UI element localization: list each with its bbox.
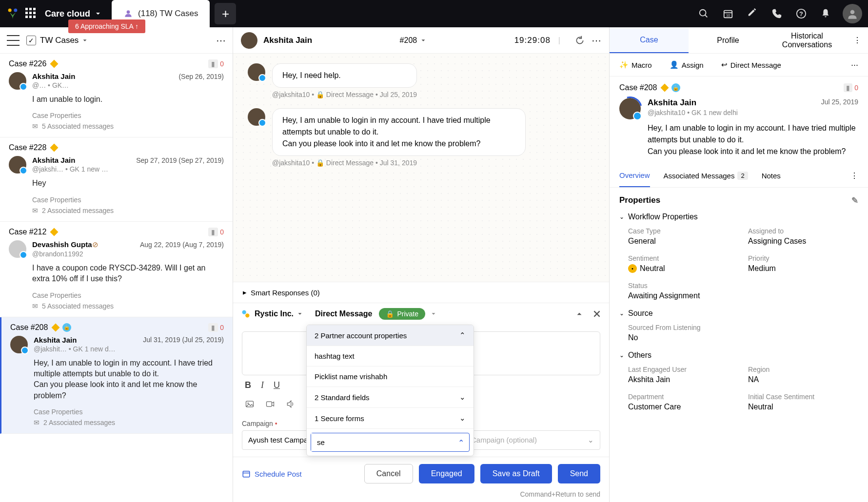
tab-associated-messages[interactable]: Associated Messages2	[664, 165, 748, 187]
case-item[interactable]: Case #212▮0 Devashish Gupta ⊘Aug 22, 201…	[0, 222, 233, 317]
dropdown-search[interactable]: ⌃	[311, 433, 470, 452]
apps-grid-icon[interactable]	[25, 8, 37, 19]
smart-responses-toggle[interactable]: ▸ Smart Responses (0)	[233, 282, 609, 303]
bell-icon[interactable]	[817, 5, 834, 22]
collapse-icon[interactable]	[575, 309, 584, 318]
add-tab-button[interactable]: +	[215, 3, 236, 24]
svg-point-0	[8, 9, 12, 12]
chevron-down-icon[interactable]	[81, 37, 88, 44]
underline-button[interactable]: U	[274, 380, 280, 390]
send-hint: Command+Return to send	[233, 490, 609, 502]
more-icon[interactable]: ⋯	[851, 60, 858, 69]
user-avatar[interactable]	[843, 4, 862, 23]
bold-button[interactable]: B	[245, 380, 251, 390]
assign-icon: 👤	[670, 60, 679, 69]
logo-icon	[6, 7, 20, 20]
svg-text:10: 10	[726, 13, 730, 18]
tab-overview[interactable]: Overview	[619, 164, 650, 187]
search-icon[interactable]	[695, 5, 712, 22]
cancel-button[interactable]: Cancel	[364, 464, 413, 483]
wand-icon: ✨	[619, 60, 629, 69]
macro-button[interactable]: ✨Macro	[619, 60, 652, 69]
italic-button[interactable]: I	[261, 380, 264, 390]
phone-icon[interactable]	[769, 5, 785, 22]
group-workflow[interactable]: ⌄Workflow Properties	[619, 212, 858, 221]
svg-point-2	[127, 10, 130, 14]
message-row: Hey, I am unable to login in my account.…	[248, 108, 594, 167]
assign-button[interactable]: 👤Assign	[670, 60, 704, 69]
audio-icon[interactable]	[286, 399, 296, 409]
autocomplete-dropdown: 2 Partner account properties⌃ hashtag te…	[306, 325, 474, 456]
dm-button[interactable]: ↩Direct Message	[721, 60, 781, 69]
dropdown-item[interactable]: hashtag text	[307, 346, 473, 367]
more-icon[interactable]: ⋯	[592, 35, 601, 46]
header-name: Akshita Jain	[263, 36, 312, 45]
image-icon[interactable]	[245, 399, 255, 409]
engaged-button[interactable]: Engaged	[419, 464, 474, 483]
video-icon[interactable]	[265, 399, 275, 409]
summary-date: Jul 25, 2019	[821, 98, 858, 108]
conversation-header: Akshita Jain #208 19:29:08 | ⋯	[233, 27, 609, 54]
svg-point-11	[242, 310, 246, 314]
header-case-number[interactable]: #208	[400, 36, 427, 45]
send-button[interactable]: Send	[558, 464, 600, 483]
case-item[interactable]: Case #228 Akshita JainSep 27, 2019 (Sep …	[0, 137, 233, 221]
editor-area: B I U 2 Partner account properties⌃ hash…	[233, 325, 609, 420]
cases-panel: ✓ TW Cases ⋯ 6 Approaching SLA ↑ Case #2…	[0, 27, 233, 502]
help-icon[interactable]: ?	[793, 5, 809, 22]
save-draft-button[interactable]: Save as Draft	[480, 464, 552, 483]
conversation-thread: Hey, I need help. @jakshita10 • 🔒 Direct…	[233, 54, 609, 282]
reply-icon: ↩	[721, 60, 728, 69]
schedule-post-button[interactable]: Schedule Post	[242, 469, 302, 478]
tab-historical[interactable]: Historical Conversations	[768, 27, 847, 57]
more-menu-icon[interactable]: ⋯	[216, 35, 226, 46]
more-icon[interactable]: ⋮	[850, 171, 858, 180]
calendar-icon[interactable]: 10	[720, 5, 736, 22]
message-row: Hey, I need help. @jakshita10 • 🔒 Direct…	[248, 63, 594, 98]
svg-line-4	[705, 15, 708, 18]
svg-point-12	[245, 313, 249, 317]
composer-bar: Rystic Inc. Direct Message 🔒 Private	[233, 303, 609, 325]
details-tabs: Case Profile Historical Conversations ⋮	[610, 27, 868, 54]
case-item[interactable]: Case #226▮0 Akshita Jain (Sep 26, 2019) …	[0, 54, 233, 137]
case-summary: Case #208 🔒 ▮0 Akshita Jain Jul 25, 2019…	[610, 77, 868, 164]
workspace-selector[interactable]: Care cloud	[45, 9, 102, 19]
dropdown-item[interactable]: Picklist name vrishabh	[307, 367, 473, 387]
details-panel: Case Profile Historical Conversations ⋮ …	[610, 27, 868, 502]
dropdown-search-input[interactable]	[311, 433, 450, 451]
account-switch-icon[interactable]	[241, 309, 251, 319]
group-source[interactable]: ⌄Source	[619, 309, 858, 318]
actions-row: ✨Macro 👤Assign ↩Direct Message ⋯	[610, 54, 868, 77]
tab-case[interactable]: Case	[610, 28, 689, 53]
hamburger-icon[interactable]	[7, 35, 20, 46]
close-icon[interactable]	[592, 309, 601, 318]
overview-tabs: Overview Associated Messages2 Notes ⋮	[610, 164, 868, 188]
chevron-down-icon[interactable]	[430, 310, 437, 317]
svg-point-10	[850, 10, 855, 14]
header-avatar[interactable]	[241, 32, 257, 49]
company-selector[interactable]: Rystic Inc.	[255, 309, 303, 318]
conversation-panel: Akshita Jain #208 19:29:08 | ⋯ Hey, I ne…	[233, 27, 610, 502]
summary-message: Hey, I am unable to login in my account.…	[648, 122, 858, 157]
tab-notes[interactable]: Notes	[762, 165, 781, 187]
edit-icon[interactable]: ✎	[851, 195, 858, 206]
private-badge: 🔒 Private	[379, 308, 425, 320]
properties-section: Properties ✎ ⌄Workflow Properties Case T…	[610, 188, 868, 428]
summary-case-id: Case #208	[619, 83, 657, 92]
dropdown-section-header[interactable]: 1 Secure forms⌄	[307, 408, 473, 429]
svg-rect-15	[267, 402, 272, 406]
summary-avatar[interactable]	[619, 98, 641, 119]
channel-label: Direct Message	[315, 309, 372, 318]
dropdown-section-header[interactable]: 2 Partner account properties⌃	[307, 325, 473, 346]
dropdown-section-header[interactable]: 2 Standard fields⌄	[307, 387, 473, 408]
summary-handle: @jakshita10 • GK 1 new delhi	[648, 109, 858, 116]
svg-rect-19	[243, 471, 250, 477]
refresh-icon[interactable]	[575, 36, 585, 45]
more-icon[interactable]: ⋮	[847, 36, 868, 45]
tab-profile[interactable]: Profile	[689, 28, 768, 53]
group-others[interactable]: ⌄Others	[619, 351, 858, 360]
case-item[interactable]: Case #208🔒▮0 Akshita JainJul 31, 2019 (J…	[0, 317, 233, 434]
edit-icon[interactable]	[744, 5, 761, 22]
user-icon	[123, 9, 133, 19]
select-all-checkbox[interactable]: ✓	[26, 36, 36, 45]
